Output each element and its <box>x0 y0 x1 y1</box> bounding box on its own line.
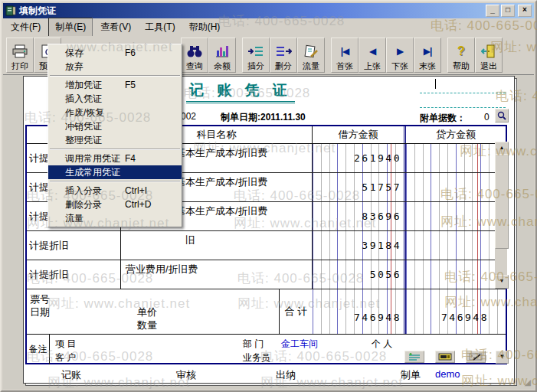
table-row: 计提折旧 旧 39184 <box>27 231 506 260</box>
menu-help[interactable]: 帮助(H) <box>183 18 227 36</box>
first-icon: |◀ <box>341 42 349 60</box>
window-title: 填制凭证 <box>19 5 484 18</box>
insert-entry-icon <box>247 42 264 60</box>
last-voucher-button[interactable]: ▶| 末张 <box>414 38 441 73</box>
menu-file[interactable]: 文件(F) <box>5 18 47 36</box>
toolbar-label: 删分 <box>275 60 292 72</box>
balance-button[interactable]: 余额 <box>208 38 236 73</box>
menu-item-save[interactable]: 保存F6 <box>48 46 182 60</box>
menu-item-insert-entry[interactable]: 插入分录Ctrl+I <box>48 184 182 198</box>
print-button[interactable]: 打印 <box>6 38 34 73</box>
remark-row: 备注 项 目 客 户 部 门 金工车间 业务员 个 人 <box>27 335 506 364</box>
attachments-value[interactable]: 0 <box>484 112 490 122</box>
maximize-button[interactable]: □ <box>501 5 515 17</box>
app-icon <box>5 5 16 16</box>
remark-dropdown-button[interactable]: ▼ <box>496 351 509 364</box>
prev-voucher-button[interactable]: ◀ 上张 <box>359 38 386 73</box>
card-tool-button[interactable] <box>435 351 455 363</box>
text-cursor <box>435 79 436 89</box>
table-row: 计提折旧 营业费用/折旧费 5056 <box>27 260 506 289</box>
scrollbar-thumb[interactable] <box>495 154 509 249</box>
credit-cell[interactable] <box>404 260 506 289</box>
dashed-field-line[interactable] <box>420 107 506 108</box>
attachments-zoom-button[interactable] <box>495 109 509 122</box>
menu-make-voucher[interactable]: 制单(E) <box>48 18 93 37</box>
toolbar-label: 打印 <box>11 60 28 72</box>
salesman-label: 业务员 <box>243 351 270 364</box>
menu-bar: 文件(F) 制单(E) 查看(V) 工具(T) 帮助(H) <box>3 18 534 36</box>
menu-item-add-voucher[interactable]: 增加凭证F5 <box>48 78 182 92</box>
total-credit: 746948 <box>404 289 506 334</box>
dashed-field-line[interactable] <box>420 93 506 93</box>
toolbar-label: 退出 <box>480 60 497 72</box>
account-cell[interactable]: 营业费用/折旧费 <box>121 260 313 289</box>
menu-view[interactable]: 查看(V) <box>94 18 137 36</box>
first-voucher-button[interactable]: |◀ 首张 <box>331 38 359 73</box>
resize-grip[interactable]: ◢ <box>525 377 531 387</box>
toolbar-label: 余额 <box>214 60 231 72</box>
total-debit: 746948 <box>313 289 404 334</box>
menu-item-arrange-voucher[interactable]: 整理凭证 <box>48 133 182 147</box>
signature-stamp-button[interactable] <box>404 351 424 363</box>
department-value[interactable]: 金工车间 <box>281 338 318 351</box>
debit-cell[interactable]: 5056 <box>313 260 404 289</box>
customer-label: 客 户 <box>55 351 76 364</box>
binoculars-icon <box>186 42 203 60</box>
flow-button[interactable]: 流量 <box>297 38 325 73</box>
account-cell[interactable]: 旧 <box>121 231 313 260</box>
edit-tool-button[interactable] <box>466 351 486 363</box>
pencil-grid-icon <box>469 353 483 361</box>
debit-cell[interactable]: 83696 <box>313 202 404 230</box>
review-label: 审核 <box>176 368 196 382</box>
department-label: 部 门 <box>243 338 264 351</box>
next-voucher-button[interactable]: ▶ 下张 <box>386 38 414 73</box>
credit-cell[interactable] <box>404 202 506 230</box>
exit-button[interactable]: 退出 <box>475 38 503 73</box>
toolbar-label: 上张 <box>364 60 381 72</box>
app-window: { "window": { "title": "填制凭证", "controls… <box>0 0 537 392</box>
minimize-button[interactable]: _ <box>486 5 499 17</box>
credit-cell[interactable] <box>404 173 506 201</box>
prev-icon: ◀ <box>369 42 375 60</box>
insert-entry-button[interactable]: 插分 <box>242 38 270 73</box>
next-icon: ▶ <box>397 42 403 60</box>
voucher-number: 002 <box>181 111 196 122</box>
menu-item-generate-common-voucher[interactable]: 生成常用凭证 <box>48 165 182 179</box>
menu-item-flow[interactable]: 流量 <box>48 211 182 225</box>
last-icon: ▶| <box>424 42 432 60</box>
preparer-value: demo <box>435 368 460 380</box>
person-label: 个 人 <box>372 338 392 351</box>
summary-cell[interactable]: 计提折旧 <box>27 260 121 289</box>
close-button[interactable]: × <box>518 5 532 17</box>
menu-item-void-restore[interactable]: 作废/恢复 <box>48 106 182 119</box>
debit-cell[interactable]: 51757 <box>313 173 404 201</box>
toolbar-label: 末张 <box>419 60 436 72</box>
signature-lines-icon <box>408 353 421 361</box>
attachments-label: 附单据数： <box>420 112 466 125</box>
menu-item-discard[interactable]: 放弃 <box>48 60 182 74</box>
query-button[interactable]: 查询 <box>181 38 208 73</box>
menu-item-call-common-voucher[interactable]: 调用常用凭证F4 <box>48 152 182 165</box>
voucher-title: 记 账 凭 证 <box>186 80 295 103</box>
delete-entry-icon <box>275 42 292 60</box>
debit-cell[interactable]: 39184 <box>313 231 404 260</box>
delete-entry-button[interactable]: 删分 <box>270 38 297 73</box>
menu-item-delete-entry[interactable]: 删除分录Ctrl+D <box>48 198 182 211</box>
menu-separator <box>50 75 180 77</box>
menu-tools[interactable]: 工具(T) <box>139 18 181 36</box>
menu-item-insert-voucher[interactable]: 插入凭证 <box>48 92 182 106</box>
flow-icon <box>303 42 319 60</box>
toolbar-label: 插分 <box>247 60 264 72</box>
help-button[interactable]: ? 帮助 <box>447 38 475 73</box>
debit-cell[interactable]: 261940 <box>313 144 404 172</box>
toolbar-label: 查询 <box>186 60 203 72</box>
cashier-label: 出纳 <box>276 368 296 382</box>
vertical-scrollbar[interactable]: ▲ ▼ <box>495 142 507 287</box>
summary-cell[interactable]: 计提折旧 <box>27 231 121 260</box>
credit-cell[interactable] <box>404 231 506 260</box>
menu-item-reverse-voucher[interactable]: 冲销凭证 <box>48 119 182 133</box>
bar-chart-icon <box>214 42 230 60</box>
ticket-fields: 票号 日期 单价 数量 <box>27 289 280 334</box>
credit-cell[interactable] <box>404 144 506 172</box>
scroll-down-button[interactable]: ▼ <box>495 275 509 289</box>
